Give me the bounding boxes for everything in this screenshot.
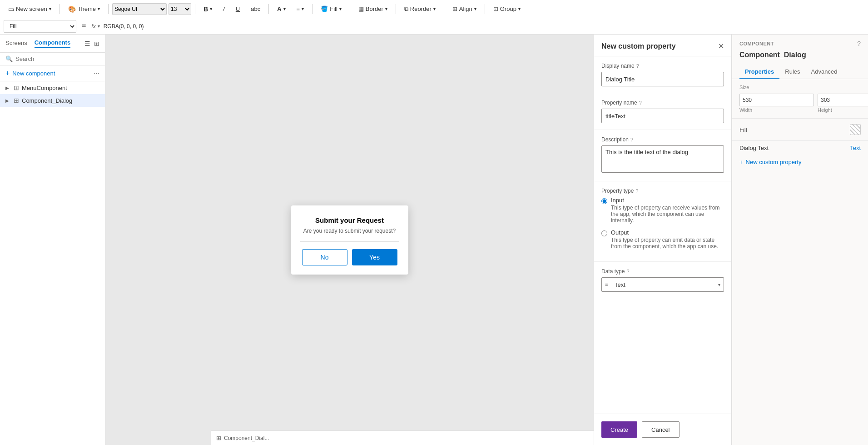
component-icon-1: ⊞ <box>14 84 19 91</box>
dialog-text-row: Dialog Text Text <box>732 141 868 155</box>
description-textarea[interactable]: This is the title text of the dialog <box>601 145 724 173</box>
theme-button[interactable]: 🎨 Theme ▾ <box>64 2 104 16</box>
modal-title: New custom property <box>601 42 676 50</box>
tab-properties[interactable]: Properties <box>739 65 779 79</box>
right-tabs: Properties Rules Advanced <box>732 65 868 79</box>
tree-item-component-dialog[interactable]: ▶ ⊞ Component_Dialog <box>0 94 105 107</box>
output-radio-label: Output <box>611 229 724 236</box>
property-name-help-icon[interactable]: ? <box>639 100 642 105</box>
font-size-dropdown[interactable]: 13 <box>169 3 191 15</box>
separator-3 <box>195 4 195 14</box>
italic-label: / <box>223 5 225 12</box>
new-custom-property-row[interactable]: + New custom property <box>732 155 868 169</box>
separator-7 <box>396 4 396 14</box>
component-dial-icon: ⊞ <box>216 435 221 441</box>
property-type-help-icon[interactable]: ? <box>635 188 638 194</box>
data-type-section: Data type ? ≡ Text Number Boolean Color … <box>594 262 731 298</box>
tree-label-menu-component: MenuComponent <box>22 85 67 91</box>
fill-icon: 🪣 <box>321 5 328 12</box>
data-type-help-icon[interactable]: ? <box>626 269 629 274</box>
input-option-content: Input This type of property can receive … <box>611 197 724 224</box>
dialog-text-value[interactable]: Text <box>850 145 861 151</box>
data-type-dropdown[interactable]: Text Number Boolean Color Record Table I… <box>601 277 724 292</box>
tab-advanced[interactable]: Advanced <box>806 65 843 79</box>
new-component-row[interactable]: + New component ··· <box>0 65 105 81</box>
align-chevron-icon: ▾ <box>302 6 304 11</box>
screen-icon: ▭ <box>8 5 14 13</box>
formula-fx-label: fx <box>91 23 95 30</box>
display-name-help-icon[interactable]: ? <box>636 63 639 69</box>
new-screen-button[interactable]: ▭ New screen ▾ <box>4 2 56 16</box>
formula-fx-button[interactable]: fx ▾ <box>91 23 99 30</box>
tab-components[interactable]: Components <box>35 39 70 48</box>
font-color-chevron-icon: ▾ <box>283 6 286 11</box>
formula-property-dropdown[interactable]: Fill <box>4 20 76 33</box>
more-options-icon[interactable]: ··· <box>94 69 99 77</box>
reorder-label: Reorder <box>410 5 432 12</box>
component-section-label: COMPONENT <box>739 41 774 46</box>
canvas-no-button[interactable]: No <box>302 249 347 265</box>
align-menu-button[interactable]: ⊞ Align ▾ <box>448 2 481 16</box>
tree-item-menu-component[interactable]: ▶ ⊞ MenuComponent <box>0 81 105 94</box>
fill-label: Fill <box>330 5 337 12</box>
modal-footer: Create Cancel <box>594 414 731 445</box>
underline-button[interactable]: U <box>231 2 244 16</box>
display-name-input[interactable] <box>601 72 724 86</box>
output-radio[interactable] <box>601 230 607 236</box>
canvas-yes-button[interactable]: Yes <box>352 249 397 265</box>
right-panel-help-icon[interactable]: ? <box>857 40 861 47</box>
grid-view-icon[interactable]: ⊞ <box>94 40 99 47</box>
description-help-icon[interactable]: ? <box>630 137 633 142</box>
font-family-dropdown[interactable]: Segoe UI <box>112 3 167 15</box>
input-radio[interactable] <box>601 198 607 204</box>
tab-screens[interactable]: Screens <box>5 40 27 47</box>
output-option-content: Output This type of property can emit da… <box>611 229 724 250</box>
size-section-title: Size <box>739 85 861 90</box>
width-input[interactable] <box>739 94 814 106</box>
align-menu-label: Align <box>459 5 472 12</box>
output-radio-option: Output This type of property can emit da… <box>601 229 724 250</box>
bold-button[interactable]: B ▾ <box>199 2 217 16</box>
group-label: Group <box>500 5 516 12</box>
border-icon: ▦ <box>358 5 364 12</box>
group-button[interactable]: ⊡ Group ▾ <box>489 2 525 16</box>
fill-section: Fill <box>732 119 868 141</box>
italic-button[interactable]: / <box>218 2 229 16</box>
align-button[interactable]: ≡ ▾ <box>292 2 309 16</box>
tab-rules[interactable]: Rules <box>779 65 805 79</box>
input-radio-desc: This type of property can receive values… <box>611 205 724 224</box>
separator-5 <box>312 4 312 14</box>
input-radio-option: Input This type of property can receive … <box>601 197 724 224</box>
new-custom-label: New custom property <box>746 159 802 165</box>
canvas-dialog-title: Submit your Request <box>300 216 399 224</box>
formula-input[interactable] <box>104 20 864 33</box>
height-input[interactable] <box>818 94 868 106</box>
list-view-icon[interactable]: ☰ <box>84 40 90 47</box>
separator-2 <box>108 4 109 14</box>
new-screen-label: New screen <box>16 5 47 12</box>
bottom-component-label: Component_Dial... <box>224 435 269 441</box>
description-section: Description ? This is the title text of … <box>594 130 731 181</box>
border-chevron-icon: ▾ <box>385 6 387 11</box>
border-label: Border <box>366 5 383 12</box>
reorder-button[interactable]: ⧉ Reorder ▾ <box>400 2 440 16</box>
align-menu-icon: ⊞ <box>452 5 457 12</box>
fill-section-label: Fill <box>739 126 747 133</box>
strikethrough-button[interactable]: abc <box>246 2 265 16</box>
separator-6 <box>350 4 350 14</box>
formula-equals-sign: = <box>80 22 88 30</box>
main-area: Screens Components ☰ ⊞ 🔍 + New component… <box>0 35 868 445</box>
property-name-input[interactable] <box>601 109 724 123</box>
border-button[interactable]: ▦ Border ▾ <box>354 2 392 16</box>
left-panel: Screens Components ☰ ⊞ 🔍 + New component… <box>0 35 105 445</box>
add-icon: + <box>5 69 10 77</box>
modal-close-button[interactable]: ✕ <box>718 42 724 50</box>
width-label: Width <box>739 107 814 113</box>
right-panel: COMPONENT ? Component_Dialog Properties … <box>732 35 868 445</box>
cancel-button[interactable]: Cancel <box>642 421 679 438</box>
create-button[interactable]: Create <box>601 421 637 438</box>
font-color-button[interactable]: A ▾ <box>273 2 290 16</box>
fill-button[interactable]: 🪣 Fill ▾ <box>316 2 346 16</box>
fill-color-swatch[interactable] <box>850 124 861 135</box>
search-input[interactable] <box>15 55 99 62</box>
